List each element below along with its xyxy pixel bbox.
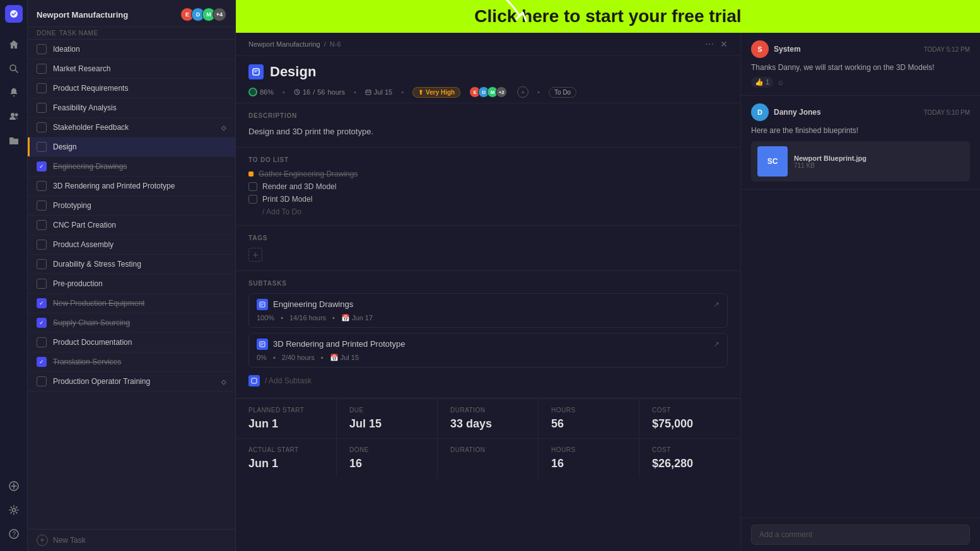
promo-banner[interactable]: Click here to start your free trial: [236, 0, 980, 33]
external-link-icon[interactable]: ↗: [713, 340, 720, 349]
task-name-label: Product Requirements: [53, 84, 226, 93]
comment-input-area: [741, 518, 980, 551]
hours-icon: [294, 89, 300, 95]
task-checkbox[interactable]: [37, 259, 47, 269]
add-todo-btn[interactable]: / Add To Do: [248, 207, 728, 216]
task-list: IdeationMarket ResearchProduct Requireme…: [28, 40, 235, 529]
task-list-item[interactable]: Product Requirements: [28, 79, 235, 98]
add-task-row[interactable]: + New Task: [28, 529, 235, 551]
task-list-item[interactable]: Feasibility Analysis: [28, 98, 235, 118]
comment-time: TODAY 5:12 PM: [924, 46, 970, 53]
task-checkbox[interactable]: [37, 122, 47, 132]
task-list-item[interactable]: 3D Rendering and Printed Prototype: [28, 177, 235, 196]
priority-badge: ⬆ Very High: [412, 87, 460, 98]
task-checkbox[interactable]: ✓: [37, 357, 47, 367]
todo-item[interactable]: Gather Engineering Drawings: [248, 170, 728, 178]
nav-search-icon[interactable]: [4, 59, 24, 79]
external-link-icon[interactable]: ↗: [713, 300, 720, 309]
task-checkbox[interactable]: [37, 103, 47, 113]
breadcrumb-project[interactable]: Newport Manufacturing: [248, 40, 320, 48]
promo-text[interactable]: Click here to start your free trial: [474, 6, 741, 26]
description-title: DESCRIPTION: [248, 112, 728, 119]
commenter-avatar: S: [751, 40, 769, 58]
add-tag-btn[interactable]: +: [248, 248, 262, 262]
task-list-item[interactable]: Ideation: [28, 40, 235, 59]
task-checkbox[interactable]: [37, 83, 47, 93]
actual-hours-label: HOURS: [551, 446, 626, 453]
task-name-label: Ideation: [53, 45, 226, 54]
task-checkbox[interactable]: [37, 240, 47, 250]
task-checkbox[interactable]: ✓: [37, 298, 47, 308]
task-checkbox[interactable]: [37, 44, 47, 54]
project-title: Newport Manufacturing: [37, 10, 128, 20]
svg-rect-21: [260, 302, 265, 307]
task-list-item[interactable]: ✓Translation Services: [28, 352, 235, 372]
task-checkbox[interactable]: [37, 376, 47, 386]
status-badge[interactable]: To Do: [549, 87, 576, 98]
todo-item[interactable]: Render and 3D Model: [248, 182, 728, 191]
todo-label: Gather Engineering Drawings: [259, 170, 358, 178]
nav-notifications-icon[interactable]: [4, 83, 24, 103]
add-task-icon[interactable]: +: [37, 535, 48, 546]
app-logo[interactable]: [5, 5, 23, 23]
task-checkbox[interactable]: [37, 220, 47, 230]
priority-icon: ⬆: [418, 89, 423, 96]
task-list-item[interactable]: Design: [28, 137, 235, 157]
todo-item[interactable]: Print 3D Model: [248, 195, 728, 204]
planned-start-label: PLANNED START: [248, 407, 324, 414]
emoji-row: 👍 1 ☺: [751, 77, 970, 88]
more-icon[interactable]: ⋯: [705, 39, 714, 49]
task-list-item[interactable]: Durability & Stress Testing: [28, 255, 235, 274]
task-checkbox[interactable]: [37, 337, 47, 347]
task-list-item[interactable]: Production Operator Training◇: [28, 372, 235, 392]
task-checkbox[interactable]: ✓: [37, 161, 47, 171]
task-list-item[interactable]: Stakeholder Feedback◇: [28, 118, 235, 137]
todo-checkbox[interactable]: [248, 195, 257, 204]
nav-folder-icon[interactable]: [4, 130, 24, 151]
task-list-item[interactable]: Prototyping: [28, 196, 235, 216]
svg-point-4: [15, 113, 18, 117]
emoji-react-icon[interactable]: ☺: [777, 79, 784, 86]
nav-users-icon[interactable]: [4, 107, 24, 127]
task-name-label: Product Documentation: [53, 338, 226, 347]
task-list-item[interactable]: Product Documentation: [28, 333, 235, 352]
nav-help-icon[interactable]: ?: [4, 524, 24, 544]
nav-add-icon[interactable]: [4, 476, 24, 496]
task-list-item[interactable]: Market Research: [28, 59, 235, 79]
task-checkbox[interactable]: [37, 64, 47, 74]
task-checkbox[interactable]: [37, 200, 47, 211]
task-list-item[interactable]: ✓Supply Chain Sourcing: [28, 313, 235, 333]
task-name-label: Engineering Drawings: [53, 162, 226, 171]
hours-meta: 16/56 hours: [294, 88, 345, 96]
col-done-header: DONE: [37, 30, 59, 37]
task-list-item[interactable]: Product Assembly: [28, 235, 235, 255]
task-checkbox[interactable]: ✓: [37, 318, 47, 328]
add-assignee-btn[interactable]: +: [517, 86, 528, 98]
task-list-item[interactable]: ✓New Production Equipment: [28, 294, 235, 313]
svg-rect-27: [252, 378, 257, 383]
emoji-badge[interactable]: 👍 1: [751, 77, 773, 88]
todo-checkbox[interactable]: [248, 182, 257, 191]
close-icon[interactable]: ✕: [720, 39, 728, 49]
todo-label: Render and 3D Model: [262, 182, 336, 191]
subtask-title: Engineering Drawings: [257, 299, 353, 310]
nav-home-icon[interactable]: [4, 35, 24, 55]
task-checkbox[interactable]: [37, 142, 47, 152]
task-checkbox[interactable]: [37, 181, 47, 191]
comment-item: D Danny Jones TODAY 5:10 PM Here are the…: [741, 96, 980, 190]
task-detail: Newport Manufacturing / N-6 ⋯ ✕: [236, 33, 740, 551]
actual-start-cell: ACTUAL START Jun 1: [236, 439, 337, 478]
task-list-item[interactable]: CNC Part Creation: [28, 216, 235, 235]
add-subtask-btn[interactable]: / Add Subtask: [248, 373, 728, 389]
comment-header: D Danny Jones TODAY 5:10 PM: [751, 103, 970, 121]
actual-duration-label: DURATION: [450, 446, 525, 453]
actual-done-label: DONE: [349, 446, 424, 453]
task-title: Design: [270, 64, 316, 80]
attachment-name: Newport Blueprint.jpg: [794, 154, 866, 162]
task-list-item[interactable]: Pre-production: [28, 274, 235, 294]
task-checkbox[interactable]: [37, 279, 47, 289]
hours-cell: HOURS 56: [539, 399, 639, 438]
task-list-item[interactable]: ✓Engineering Drawings: [28, 157, 235, 177]
comment-input[interactable]: [751, 525, 970, 545]
nav-settings-icon[interactable]: [4, 500, 24, 520]
